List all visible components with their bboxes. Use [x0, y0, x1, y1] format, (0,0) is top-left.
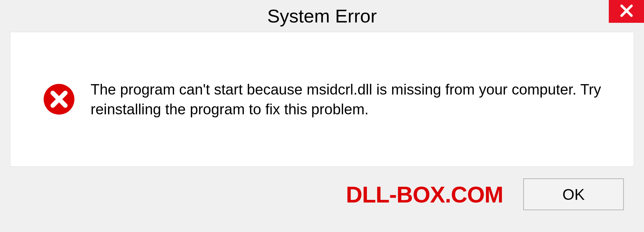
dialog-title: System Error — [267, 5, 377, 27]
error-message: The program can't start because msidcrl.… — [91, 79, 613, 119]
close-button[interactable] — [609, 0, 644, 23]
dialog-footer: DLL-BOX.COM OK — [0, 167, 644, 222]
watermark-text: DLL-BOX.COM — [346, 181, 503, 208]
ok-button[interactable]: OK — [523, 178, 624, 210]
close-icon — [619, 3, 634, 19]
error-icon — [42, 82, 76, 116]
message-panel: The program can't start because msidcrl.… — [10, 32, 634, 167]
title-bar: System Error — [0, 0, 644, 32]
